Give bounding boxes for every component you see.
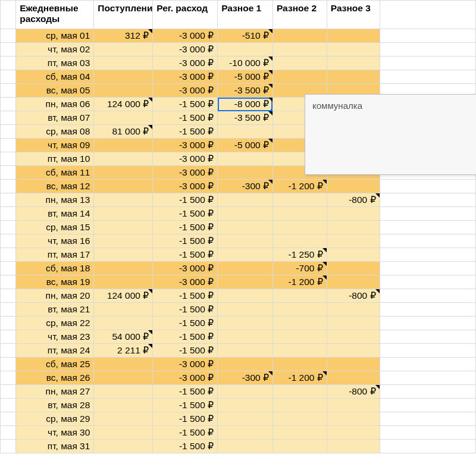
row-stub[interactable] [1,221,16,234]
row-stub[interactable] [1,180,16,193]
cell-m3[interactable] [327,358,380,371]
cell-m1[interactable] [218,275,273,289]
cell-income[interactable]: 124 000 ₽ [94,289,153,303]
cell-reg[interactable]: -3 000 ₽ [153,152,218,166]
cell-blank[interactable] [380,289,475,303]
row-stub[interactable] [1,426,16,440]
cell-reg[interactable]: -1 500 ₽ [153,193,218,207]
row-stub[interactable] [1,139,16,152]
cell-income[interactable] [94,152,153,166]
cell-income[interactable] [94,84,153,98]
row-stub[interactable] [1,57,16,70]
cell-income[interactable] [94,248,153,262]
row-stub[interactable] [1,440,16,453]
row-stub[interactable] [1,289,16,303]
cell-date[interactable]: сб, мая 04 [16,70,94,84]
cell-m3[interactable] [327,234,380,248]
cell-income[interactable] [94,440,153,453]
cell-blank[interactable] [380,57,475,70]
cell-income[interactable] [94,193,153,207]
cell-m3[interactable] [327,70,380,84]
cell-m3[interactable] [327,317,380,330]
cell-date[interactable]: чт, мая 02 [16,43,94,57]
cell-m1[interactable] [218,440,273,453]
cell-blank[interactable] [380,385,475,399]
cell-m1[interactable]: -5 000 ₽ [218,70,273,84]
cell-reg[interactable]: -1 500 ₽ [153,440,218,453]
cell-blank[interactable] [380,317,475,330]
cell-m3[interactable] [327,344,380,358]
cell-m1[interactable]: -300 ₽ [218,180,273,193]
cell-date[interactable]: сб, мая 18 [16,262,94,275]
cell-blank[interactable] [380,330,475,344]
cell-reg[interactable]: -1 500 ₽ [153,412,218,426]
cell-m2[interactable]: -1 200 ₽ [273,371,327,385]
cell-reg[interactable]: -1 500 ₽ [153,317,218,330]
cell-blank[interactable] [380,221,475,234]
cell-m1[interactable] [218,125,273,139]
cell-reg[interactable]: -1 500 ₽ [153,330,218,344]
cell-blank[interactable] [380,412,475,426]
cell-income[interactable]: 312 ₽ [94,29,153,43]
cell-m3[interactable]: -800 ₽ [327,385,380,399]
cell-m3[interactable] [327,275,380,289]
cell-date[interactable]: вт, мая 28 [16,399,94,412]
cell-income[interactable] [94,385,153,399]
header-income[interactable]: Поступления [94,1,153,29]
cell-date[interactable]: вс, мая 12 [16,180,94,193]
row-stub[interactable] [1,43,16,57]
cell-note-popup[interactable]: коммуналка [305,94,476,175]
cell-date[interactable]: пт, мая 31 [16,440,94,453]
row-stub[interactable] [1,385,16,399]
cell-m2[interactable] [273,289,327,303]
cell-m3[interactable] [327,207,380,221]
cell-reg[interactable]: -1 500 ₽ [153,98,218,111]
cell-m3[interactable] [327,221,380,234]
cell-m1[interactable]: -3 500 ₽ [218,111,273,125]
cell-m3[interactable]: -800 ₽ [327,289,380,303]
cell-m2[interactable] [273,440,327,453]
cell-m2[interactable] [273,412,327,426]
cell-m2[interactable] [273,221,327,234]
cell-m1[interactable] [218,303,273,317]
cell-m2[interactable] [273,317,327,330]
row-stub[interactable] [1,70,16,84]
row-stub[interactable] [1,412,16,426]
header-misc2[interactable]: Разное 2 [273,1,327,29]
cell-blank[interactable] [380,248,475,262]
cell-blank[interactable] [380,234,475,248]
cell-income[interactable]: 54 000 ₽ [94,330,153,344]
cell-blank[interactable] [380,399,475,412]
cell-m3[interactable] [327,412,380,426]
cell-date[interactable]: пт, мая 10 [16,152,94,166]
cell-blank[interactable] [380,426,475,440]
row-stub[interactable] [1,399,16,412]
cell-date[interactable]: чт, мая 16 [16,234,94,248]
cell-date[interactable]: ср, мая 22 [16,317,94,330]
cell-income[interactable] [94,371,153,385]
cell-m1[interactable]: -300 ₽ [218,371,273,385]
row-stub[interactable] [1,29,16,43]
cell-reg[interactable]: -1 500 ₽ [153,111,218,125]
cell-m3[interactable]: -800 ₽ [327,193,380,207]
cell-income[interactable] [94,412,153,426]
cell-blank[interactable] [380,70,475,84]
cell-income[interactable] [94,358,153,371]
cell-income[interactable]: 124 000 ₽ [94,98,153,111]
cell-m1[interactable] [218,344,273,358]
cell-blank[interactable] [380,29,475,43]
row-stub[interactable] [1,303,16,317]
cell-blank[interactable] [380,262,475,275]
cell-income[interactable] [94,262,153,275]
header-reg[interactable]: Рег. расход [153,1,218,29]
cell-reg[interactable]: -1 500 ₽ [153,426,218,440]
cell-reg[interactable]: -3 000 ₽ [153,57,218,70]
cell-income[interactable] [94,57,153,70]
cell-date[interactable]: вт, мая 21 [16,303,94,317]
cell-m2[interactable]: -1 200 ₽ [273,180,327,193]
cell-reg[interactable]: -1 500 ₽ [153,221,218,234]
cell-reg[interactable]: -1 500 ₽ [153,303,218,317]
cell-reg[interactable]: -3 000 ₽ [153,139,218,152]
cell-reg[interactable]: -1 500 ₽ [153,207,218,221]
header-misc1[interactable]: Разное 1 [218,1,273,29]
